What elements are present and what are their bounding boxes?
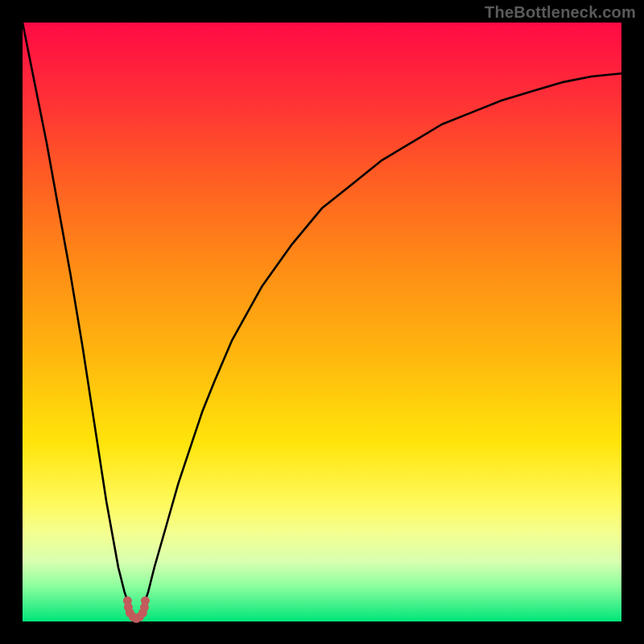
bottleneck-curve: [23, 23, 621, 618]
watermark-text: TheBottleneck.com: [485, 3, 636, 22]
curve-svg: [23, 23, 621, 621]
chart-frame: TheBottleneck.com: [0, 0, 644, 644]
bottom-marker-cluster: [123, 597, 150, 623]
marker-dot: [141, 597, 150, 605]
